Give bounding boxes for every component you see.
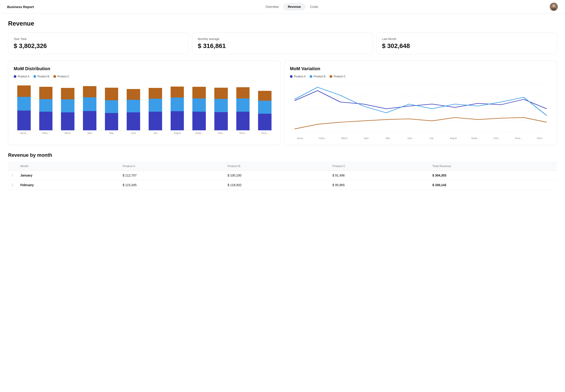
- bar-seg-c: [61, 88, 74, 99]
- bar-seg-b: [105, 100, 118, 113]
- col-total: Total Revenue: [429, 162, 557, 171]
- legend-product-b-bar: Product B: [33, 75, 49, 78]
- bar-stack: [145, 88, 166, 130]
- line-x-label: Febru...: [312, 137, 333, 140]
- bar-seg-b: [39, 99, 53, 112]
- bar-seg-b: [214, 99, 228, 112]
- header: Business Report Overview Revenue Costs: [0, 0, 565, 14]
- row-total: $ 330,142: [429, 180, 557, 190]
- row-product-a: $ 112,707: [119, 171, 224, 180]
- bar-seg-a: [39, 112, 53, 130]
- mom-variation-card: MoM Variation Product A Product B Produc…: [284, 61, 557, 145]
- legend-dot-a-bar: [14, 75, 16, 78]
- bar-x-label: March: [57, 132, 78, 134]
- nav-revenue[interactable]: Revenue: [284, 3, 305, 10]
- bar-seg-c: [149, 88, 162, 99]
- bar-stack: [14, 85, 34, 130]
- bar-group: [167, 81, 188, 130]
- line-x-labels: Janua...Febru...MarchAprilMayJuneJulyAug…: [290, 137, 551, 140]
- bar-x-label: August: [167, 132, 188, 134]
- bar-group: [101, 81, 122, 130]
- stat-cards: Year Total $ 3,802,326 Monthly average $…: [8, 32, 557, 54]
- main-nav: Overview Revenue Costs: [262, 3, 322, 10]
- legend-dot-a-line: [290, 75, 293, 78]
- bar-seg-a: [236, 112, 250, 130]
- col-product-c: Product C: [329, 162, 429, 171]
- bar-group: [79, 81, 100, 130]
- table-row: 2 February $ 115,345 $ 118,932 $ 95,865 …: [8, 180, 557, 190]
- bar-group: [211, 81, 231, 130]
- bar-x-label: Septe...: [189, 132, 209, 134]
- col-product-b: Product B: [224, 162, 329, 171]
- mom-distribution-card: MoM Distribution Product A Product B Pro…: [8, 61, 281, 145]
- mom-distribution-legend: Product A Product B Product C: [14, 75, 275, 78]
- bar-group: [233, 81, 253, 130]
- line-x-label: Janua...: [290, 137, 312, 140]
- bar-group: [254, 81, 275, 130]
- legend-dot-c-bar: [53, 75, 56, 78]
- charts-row: MoM Distribution Product A Product B Pro…: [8, 61, 557, 145]
- bar-group: [189, 81, 209, 130]
- bar-seg-a: [61, 112, 74, 130]
- legend-label-b-bar: Product B: [37, 75, 49, 78]
- bar-seg-c: [236, 87, 250, 98]
- bar-seg-a: [149, 112, 162, 130]
- revenue-table-section: Revenue by month Month Product A Product…: [8, 152, 557, 190]
- stat-card-last-month: Last Month $ 302,648: [376, 32, 557, 54]
- row-product-b: $ 100,100: [224, 171, 329, 180]
- bar-x-label: Janua...: [14, 132, 34, 134]
- legend-label-a-bar: Product A: [18, 75, 29, 78]
- user-avatar[interactable]: [550, 3, 558, 11]
- legend-label-b-line: Product B: [314, 75, 326, 78]
- table-body: 1 January $ 112,707 $ 100,100 $ 91,496 $…: [8, 171, 557, 190]
- col-num: [8, 162, 17, 171]
- bar-seg-c: [127, 89, 140, 100]
- bar-seg-b: [83, 97, 96, 111]
- svg-point-1: [552, 4, 555, 7]
- bar-seg-b: [149, 99, 162, 112]
- bar-seg-c: [83, 86, 96, 97]
- stat-label-1: Monthly average: [198, 37, 367, 41]
- bar-seg-a: [83, 111, 96, 130]
- revenue-table: Month Product A Product B Product C Tota…: [8, 162, 557, 190]
- bar-seg-a: [258, 114, 272, 130]
- legend-dot-c-line: [330, 75, 332, 78]
- legend-product-c-line: Product C: [330, 75, 345, 78]
- bar-x-label: Febru...: [36, 132, 56, 134]
- line-chart-wrap: Janua...Febru...MarchAprilMayJuneJulyAug…: [290, 81, 551, 140]
- line-x-label: June: [399, 137, 421, 140]
- line-x-label: Dece...: [530, 137, 551, 140]
- line-x-label: July: [421, 137, 442, 140]
- app-title: Business Report: [7, 5, 34, 9]
- line-x-label: April: [355, 137, 377, 140]
- stat-label-2: Last Month: [382, 37, 551, 41]
- nav-overview[interactable]: Overview: [262, 3, 282, 10]
- row-product-c: $ 91,496: [329, 171, 429, 180]
- main-content: Revenue Year Total $ 3,802,326 Monthly a…: [0, 14, 565, 196]
- bar-x-label: July: [145, 132, 166, 134]
- row-product-b: $ 118,932: [224, 180, 329, 190]
- row-month: January: [17, 171, 119, 180]
- legend-dot-b-bar: [33, 75, 36, 78]
- bar-seg-a: [192, 112, 206, 130]
- bar-seg-c: [39, 87, 53, 99]
- row-num: 1: [8, 171, 17, 180]
- line-x-label: August: [442, 137, 464, 140]
- line-x-label: May: [377, 137, 399, 140]
- bar-seg-a: [17, 111, 31, 130]
- legend-product-a-line: Product A: [290, 75, 306, 78]
- bar-x-labels: Janua...Febru...MarchAprilMayJuneJulyAug…: [14, 132, 275, 134]
- stat-card-monthly-avg: Monthly average $ 316,861: [192, 32, 373, 54]
- col-month: Month: [17, 162, 119, 171]
- bar-group: [145, 81, 166, 130]
- bar-stack: [79, 86, 100, 130]
- bar-seg-b: [236, 98, 250, 112]
- table-row: 1 January $ 112,707 $ 100,100 $ 91,496 $…: [8, 171, 557, 180]
- nav-costs[interactable]: Costs: [306, 3, 322, 10]
- bar-x-label: Octo...: [211, 132, 231, 134]
- bar-seg-c: [17, 85, 31, 97]
- bar-stack: [36, 87, 56, 130]
- legend-product-a-bar: Product A: [14, 75, 29, 78]
- line-x-label: Nove...: [508, 137, 530, 140]
- bar-stack: [57, 88, 78, 130]
